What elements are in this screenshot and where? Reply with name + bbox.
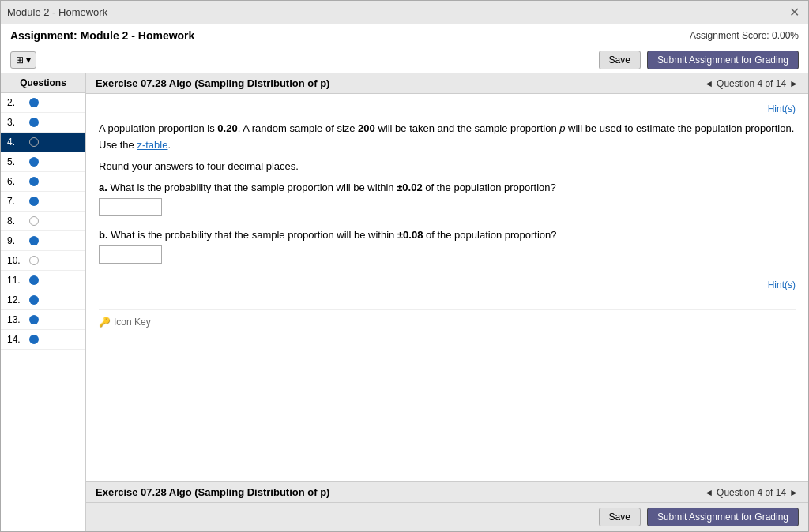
icon-key-label: Icon Key xyxy=(114,317,151,328)
question-number-7: 7. xyxy=(7,196,23,207)
questions-header: Questions xyxy=(1,73,85,93)
sample-size-value: 200 xyxy=(358,122,375,134)
calculator-button[interactable]: ⊞ ▾ xyxy=(10,51,36,69)
plus-minus-a: ±0.02 xyxy=(397,182,422,193)
question-item-8[interactable]: 8. xyxy=(1,212,85,231)
question-number-14: 14. xyxy=(7,334,23,345)
ztable-link[interactable]: z-table xyxy=(137,139,167,151)
question-item-6[interactable]: 6. xyxy=(1,172,85,192)
question-number-5: 5. xyxy=(7,156,23,167)
sub-question-b: b. What is the probability that the samp… xyxy=(99,229,796,264)
question-item-10[interactable]: 10. xyxy=(1,251,85,271)
question-item-4[interactable]: 4. xyxy=(1,133,85,152)
title-bar: Module 2 - Homework ✕ xyxy=(1,1,808,24)
part-a-text: What is the probability that the sample … xyxy=(110,182,555,193)
main-panel: Exercise 07.28 Algo (Sampling Distributi… xyxy=(86,73,808,531)
round-note: Round your answers to four decimal place… xyxy=(99,160,796,172)
question-number-12: 12. xyxy=(7,294,23,305)
part-a-label: a. What is the probability that the samp… xyxy=(99,182,796,193)
question-number-8: 8. xyxy=(7,215,23,227)
exercise-header: Exercise 07.28 Algo (Sampling Distributi… xyxy=(86,73,808,94)
question-dot-10 xyxy=(29,256,39,265)
toolbar-left: ⊞ ▾ xyxy=(10,51,36,69)
calc-dropdown-icon: ▾ xyxy=(26,54,31,66)
question-nav: ◄ Question 4 of 14 ► xyxy=(704,78,799,89)
question-dot-12 xyxy=(29,295,39,305)
questions-panel: Questions 2. 3. 4. 5. 6. 7. xyxy=(1,73,86,531)
question-number-13: 13. xyxy=(7,314,23,325)
question-dot-9 xyxy=(29,236,39,245)
question-number-6: 6. xyxy=(7,176,23,187)
bottom-nav-next[interactable]: ► xyxy=(789,487,799,498)
question-dot-11 xyxy=(29,275,39,285)
part-b-text: What is the probability that the sample … xyxy=(111,229,556,241)
question-number-2: 2. xyxy=(7,97,23,108)
question-dot-4 xyxy=(29,137,39,147)
question-item-5[interactable]: 5. xyxy=(1,152,85,172)
hint-link-top[interactable]: Hint(s) xyxy=(99,103,796,114)
question-number-11: 11. xyxy=(7,275,23,286)
question-dot-6 xyxy=(29,177,39,186)
proportion-value: 0.20 xyxy=(217,122,237,134)
key-icon: 🔑 xyxy=(99,317,111,328)
question-dot-7 xyxy=(29,197,39,206)
nav-prev-arrow[interactable]: ◄ xyxy=(704,78,713,89)
assignment-header: Assignment: Module 2 - Homework Assignme… xyxy=(1,24,808,47)
toolbar-right: Save Submit Assignment for Grading xyxy=(599,51,799,69)
answer-input-a[interactable] xyxy=(99,198,162,216)
bottom-nav-label: Question 4 of 14 xyxy=(717,487,786,498)
question-item-3[interactable]: 3. xyxy=(1,113,85,133)
bottom-exercise-title: Exercise 07.28 Algo (Sampling Distributi… xyxy=(96,486,329,498)
content-area: Questions 2. 3. 4. 5. 6. 7. xyxy=(1,73,808,531)
answer-input-b[interactable] xyxy=(99,245,162,264)
toolbar: ⊞ ▾ Save Submit Assignment for Grading xyxy=(1,47,808,73)
nav-label: Question 4 of 14 xyxy=(717,78,786,89)
question-item-9[interactable]: 9. xyxy=(1,231,85,251)
question-number-9: 9. xyxy=(7,235,23,246)
plus-minus-b: ±0.08 xyxy=(397,229,423,241)
question-body: A population proportion is 0.20. A rando… xyxy=(99,121,796,154)
main-window: Module 2 - Homework ✕ Assignment: Module… xyxy=(0,0,809,532)
question-dot-8 xyxy=(29,216,39,226)
p-bar-symbol: p xyxy=(559,122,565,134)
bottom-bar: Exercise 07.28 Algo (Sampling Distributi… xyxy=(86,481,808,502)
nav-next-arrow[interactable]: ► xyxy=(789,78,799,89)
question-number-3: 3. xyxy=(7,117,23,128)
window-title: Module 2 - Homework xyxy=(7,6,107,18)
bottom-nav-prev[interactable]: ◄ xyxy=(704,487,713,498)
calc-icon: ⊞ xyxy=(16,54,24,66)
save-button[interactable]: Save xyxy=(599,51,641,69)
question-item-2[interactable]: 2. xyxy=(1,93,85,113)
question-number-4: 4. xyxy=(7,137,23,148)
question-dot-2 xyxy=(29,98,39,107)
question-dot-3 xyxy=(29,118,39,127)
footer-submit-button[interactable]: Submit Assignment for Grading xyxy=(647,508,799,526)
part-b-label: b. What is the probability that the samp… xyxy=(99,229,796,241)
question-dot-5 xyxy=(29,157,39,167)
question-item-14[interactable]: 14. xyxy=(1,330,85,350)
question-item-11[interactable]: 11. xyxy=(1,271,85,290)
sub-question-a: a. What is the probability that the samp… xyxy=(99,182,796,216)
bottom-nav: ◄ Question 4 of 14 ► xyxy=(704,487,799,498)
question-number-10: 10. xyxy=(7,255,23,266)
submit-button[interactable]: Submit Assignment for Grading xyxy=(647,51,799,69)
question-item-12[interactable]: 12. xyxy=(1,290,85,310)
part-a-bold-label: a. xyxy=(99,182,107,193)
question-item-7[interactable]: 7. xyxy=(1,192,85,212)
hint-link-bottom[interactable]: Hint(s) xyxy=(99,276,796,294)
icon-key: 🔑 Icon Key xyxy=(99,309,796,334)
question-content: Hint(s) A population proportion is 0.20.… xyxy=(86,94,808,481)
assignment-title: Assignment: Module 2 - Homework xyxy=(10,29,194,42)
question-dot-13 xyxy=(29,315,39,324)
part-b-bold-label: b. xyxy=(99,229,108,241)
close-button[interactable]: ✕ xyxy=(786,5,802,21)
exercise-title: Exercise 07.28 Algo (Sampling Distributi… xyxy=(96,77,329,89)
question-item-13[interactable]: 13. xyxy=(1,310,85,330)
footer: Save Submit Assignment for Grading xyxy=(86,502,808,531)
footer-save-button[interactable]: Save xyxy=(599,508,641,526)
assignment-score: Assignment Score: 0.00% xyxy=(690,30,799,41)
question-dot-14 xyxy=(29,335,39,344)
hint-area-bottom: Hint(s) xyxy=(99,276,796,294)
